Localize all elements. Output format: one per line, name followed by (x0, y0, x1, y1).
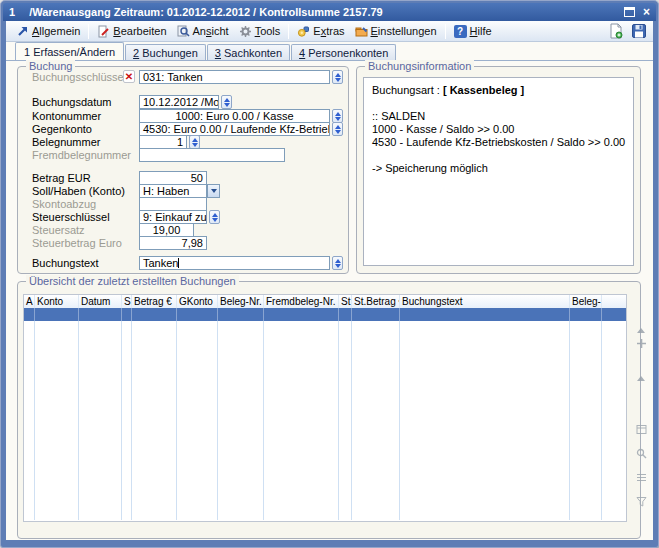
settings-icon (355, 25, 368, 38)
col-header-s[interactable]: S (122, 295, 132, 308)
col-header-st-betrag[interactable]: St.Betrag € (352, 295, 400, 308)
soll-haben-dropdown-icon[interactable] (207, 184, 220, 198)
tab-erfassen-aendern[interactable]: 1Erfassen/Ändern (15, 42, 124, 60)
filter-icon[interactable] (636, 493, 647, 511)
buchungsinformation-group-label: Buchungsinformation (365, 60, 474, 73)
soll-haben-select[interactable]: H: Haben (139, 184, 207, 198)
table-header-row: A Konto Datum S Betrag € GKonto Beleg-Nr… (24, 295, 626, 308)
skontoabzug-label: Skontoabzug (32, 197, 96, 211)
tab-personenkonten[interactable]: 4Personenkonten (291, 44, 396, 60)
menu-separator (288, 24, 289, 39)
buchungsdatum-field[interactable]: 10.12.2012 /Mo (139, 95, 219, 109)
search-icon[interactable] (636, 445, 647, 463)
extras-icon (297, 25, 310, 38)
col-header-buchungstext[interactable]: Buchungstext (400, 295, 570, 308)
tab-page-erfassen: Buchung Buchungsschlüssel ✕ 031: Tanken … (6, 60, 653, 540)
save-icon[interactable] (631, 23, 647, 39)
help-icon: ? (454, 25, 467, 38)
col-header-fremdbeleg-nr[interactable]: Fremdbeleg-Nr. (264, 295, 339, 308)
buchungsschluessel-field[interactable]: 031: Tanken (139, 70, 330, 84)
kontonummer-spinner[interactable] (332, 109, 343, 123)
record-nav-toolbar (632, 308, 650, 548)
menu-separator (445, 24, 446, 39)
edit-icon (97, 25, 110, 38)
buchung-groupbox: Buchung Buchungsschlüssel ✕ 031: Tanken … (17, 66, 349, 274)
skontoabzug-field[interactable] (139, 197, 207, 211)
buchungsdatum-label: Buchungsdatum (32, 95, 112, 109)
col-header-beleg-nr-2[interactable]: Beleg-Nr.2 (570, 295, 602, 308)
col-header-a[interactable]: A (24, 295, 35, 308)
steuerbetrag-label: Steuerbetrag Euro (32, 236, 122, 250)
selected-table-row[interactable] (24, 308, 626, 321)
buchungen-table: A Konto Datum S Betrag € GKonto Beleg-Nr… (23, 294, 627, 522)
menu-bar: Allgemein Bearbeiten Ansicht (6, 21, 653, 42)
fremdbelegnummer-label: Fremdbelegnummer (32, 148, 131, 162)
col-header-spacer (602, 295, 628, 308)
window-title: /Warenausgang Zeitraum: 01.2012-12.2012 … (29, 6, 624, 18)
col-header-gkonto[interactable]: GKonto (177, 295, 218, 308)
steuerschluessel-spinner[interactable] (209, 210, 220, 224)
betrag-eur-field[interactable]: 50 (139, 171, 207, 185)
tab-buchungen[interactable]: 2Buchungen (125, 44, 206, 60)
menu-einstellungen[interactable]: Einstellungen (350, 24, 442, 39)
move-up-icon[interactable] (636, 335, 647, 353)
betrag-eur-label: Betrag EUR (32, 171, 91, 185)
col-header-konto[interactable]: Konto (35, 295, 79, 308)
text-caret (178, 258, 179, 268)
new-document-icon[interactable] (608, 23, 624, 39)
steuersatz-label: Steuersatz (32, 223, 85, 237)
menu-ansicht[interactable]: Ansicht (172, 24, 234, 39)
saldo-gegenkonto-line: 4530 - Laufende Kfz-Betriebskosten / Sal… (372, 136, 625, 149)
arrow-up-right-icon (16, 25, 29, 38)
steuerschluessel-label: Steuerschlüssel (32, 210, 110, 224)
menu-extras[interactable]: Extras (292, 24, 349, 39)
uebersicht-group-label: Übersicht der zuletzt erstellten Buchung… (26, 275, 239, 288)
buchungsart-value: [ Kassenbeleg ] (443, 84, 524, 96)
window-number: 1 (9, 6, 15, 18)
col-header-datum[interactable]: Datum (79, 295, 122, 308)
gegenkonto-field[interactable]: 4530: Euro 0.00 / Laufende Kfz-Betriebsk… (139, 122, 330, 136)
buchungsdatum-spinner[interactable] (221, 95, 232, 109)
kontonummer-field[interactable]: 1000: Euro 0.00 / Kasse (139, 109, 330, 123)
kontonummer-label: Kontonummer (32, 109, 101, 123)
tab-sachkonten[interactable]: 3Sachkonten (207, 44, 290, 60)
buchungstext-label: Buchungstext (32, 256, 99, 270)
speicherung-status: -> Speicherung möglich (372, 162, 625, 175)
buchungsschluessel-spinner[interactable] (332, 70, 343, 84)
restore-icon[interactable] (624, 7, 635, 17)
menu-hilfe[interactable]: ? Hilfe (449, 24, 497, 39)
belegnummer-label: Belegnummer (32, 135, 100, 149)
saldo-konto-line: 1000 - Kasse / Saldo >> 0.00 (372, 123, 625, 136)
view-icon (177, 25, 190, 38)
menu-bearbeiten[interactable]: Bearbeiten (92, 24, 171, 39)
col-header-betrag[interactable]: Betrag € (132, 295, 177, 308)
list-view-icon[interactable] (636, 469, 647, 487)
close-icon[interactable]: × (643, 7, 650, 17)
gegenkonto-spinner[interactable] (332, 122, 343, 136)
col-header-st[interactable]: St (339, 295, 352, 308)
buchungsinformation-groupbox: Buchungsinformation Buchungsart : [ Kass… (356, 66, 641, 274)
gegenkonto-label: Gegenkonto (32, 122, 92, 136)
first-record-icon[interactable] (637, 311, 645, 329)
app-window: 1 /Warenausgang Zeitraum: 01.2012-12.201… (0, 0, 659, 548)
steuerbetrag-field[interactable]: 7,98 (139, 236, 207, 250)
salden-heading: :: SALDEN (372, 110, 625, 123)
buchungstext-spinner[interactable] (332, 256, 343, 270)
scroll-up-icon[interactable] (637, 359, 645, 377)
clear-buchungsschluessel-button[interactable]: ✕ (123, 70, 135, 83)
tab-strip: 1Erfassen/Ändern 2Buchungen 3Sachkonten … (6, 43, 653, 60)
card-view-icon[interactable] (636, 421, 647, 439)
belegnummer-field[interactable]: 1 (139, 135, 187, 149)
table-body-grid[interactable] (24, 321, 626, 520)
steuersatz-field[interactable]: 19,00 (139, 223, 194, 237)
buchungsart-prefix: Buchungsart : (372, 84, 443, 96)
menu-allgemein[interactable]: Allgemein (11, 24, 85, 39)
menu-tools[interactable]: Tools (234, 24, 286, 39)
steuerschluessel-field[interactable]: 9: Einkauf zu (139, 210, 207, 224)
uebersicht-groupbox: Übersicht der zuletzt erstellten Buchung… (17, 281, 641, 539)
buchungstext-field[interactable]: Tanken (139, 256, 330, 270)
fremdbelegnummer-field[interactable] (139, 148, 285, 162)
col-header-beleg-nr[interactable]: Beleg-Nr. (218, 295, 264, 308)
belegnummer-spinner[interactable] (189, 135, 200, 149)
buchungsschluessel-label: Buchungsschlüssel (32, 70, 126, 84)
